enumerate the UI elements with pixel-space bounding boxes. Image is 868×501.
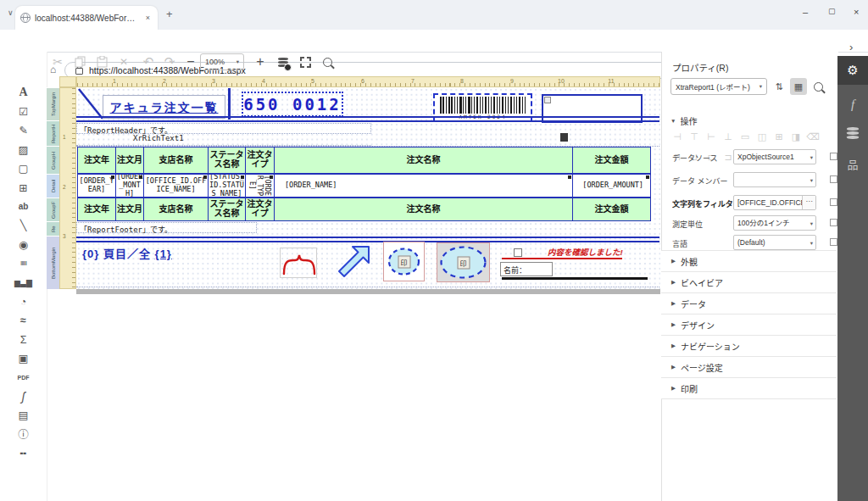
header-cell[interactable]: ステータス名称 (209, 148, 246, 173)
property-checkbox[interactable] (830, 198, 837, 206)
footer-cell[interactable]: 注文タイプ (246, 198, 275, 220)
paste-icon[interactable] (92, 53, 112, 71)
section-page-settings[interactable]: ▶ページ設定 (661, 356, 837, 377)
property-checkbox[interactable] (830, 175, 837, 183)
property-checkbox[interactable] (830, 219, 837, 226)
detail-cell[interactable]: [ORDER_NAME] (275, 175, 573, 197)
language-dropdown[interactable]: (Default) ▾ (733, 235, 816, 250)
filterstring-editor[interactable]: [OFFICE_ID.OFFICE_ID] ... ⋯ (733, 195, 816, 210)
footer-cell[interactable]: 注文金額 (573, 198, 650, 220)
header-cell[interactable]: 注文月 (116, 148, 144, 173)
detail-cell[interactable]: [STATUS_ID.STATUS_NAME] (209, 175, 246, 197)
toolbox-rich-text-tool[interactable]: ✎ (0, 123, 47, 138)
header-cell[interactable]: 支店名称 (144, 148, 209, 173)
section-print[interactable]: ▶印刷 (661, 377, 837, 399)
datasource-dropdown[interactable]: XpObjectSource1 ▾ (733, 149, 816, 164)
property-checkbox[interactable] (830, 153, 837, 160)
toolbox-gauge-tool[interactable]: ◔ (0, 294, 47, 309)
band-report-header[interactable]: ReportH (47, 120, 59, 146)
arrow-shape[interactable] (333, 242, 373, 282)
report-footer-text[interactable]: 「ReportFooter」です。 (76, 222, 257, 233)
stamp-ellipse-shape-selected[interactable]: 印 (437, 242, 490, 282)
zoom-select[interactable]: 100% ▾ (200, 53, 244, 70)
footer-cell[interactable]: ステータス名称 (209, 198, 246, 220)
section-appearance[interactable]: ▶外観 (661, 250, 837, 271)
datamember-dropdown[interactable]: ▾ (733, 172, 816, 187)
toolbox-check-box-tool[interactable]: ☑ (0, 104, 47, 120)
toolbox-line-tool[interactable]: ╲ (0, 218, 47, 233)
detail-cell[interactable]: [ORDER_MONTH] (116, 175, 144, 197)
undo-icon[interactable]: ↶ (138, 53, 159, 71)
ellipsis-button[interactable]: ⋯ (802, 196, 815, 209)
toolbox-form-tool[interactable]: ▣ (0, 351, 47, 366)
footer-cell[interactable]: 支店名称 (144, 198, 209, 220)
footer-cell[interactable]: 注文年 (78, 198, 116, 220)
window-minimize-button[interactable]: – (803, 7, 808, 17)
redo-icon[interactable]: ↷ (159, 53, 180, 71)
zoom-out-icon[interactable]: − (181, 53, 201, 71)
band-group-header[interactable]: GroupH (47, 146, 59, 174)
toolbox-character-comb-tool[interactable]: ab (0, 199, 47, 214)
properties-tab-gear-icon[interactable]: ⚙ (837, 56, 868, 85)
report-title-label[interactable]: アキュラ注文一覧 (103, 95, 225, 119)
browser-tab[interactable]: localhost:44388/WebForm1.aspx × (15, 6, 158, 30)
toolbox-page-break-tool[interactable]: ╍ (0, 446, 47, 461)
header-cell[interactable]: 注文名称 (275, 148, 573, 173)
toolbox-page-info-tool[interactable]: ⓘ (0, 427, 47, 443)
stamp-ellipse-shape[interactable]: 印 (383, 242, 425, 281)
category-view-icon[interactable]: ▦ (790, 78, 807, 95)
band-top-margin[interactable]: TopMargin (47, 87, 59, 120)
band-group-footer[interactable]: GroupF (47, 198, 59, 221)
validate-bindings-icon[interactable] (273, 53, 293, 71)
cut-icon[interactable]: ✂ (47, 53, 68, 71)
collapse-panel-chevron-icon[interactable]: › (849, 41, 853, 53)
red-underline-shape[interactable] (502, 258, 622, 259)
toolbox-chart-tool[interactable]: ▆▃▇ (0, 276, 47, 291)
rich-text-control[interactable]: XrRichText1 (76, 134, 371, 146)
signature-line-shape[interactable] (502, 277, 648, 280)
field-list-tab-database-icon[interactable] (837, 120, 868, 146)
header-cell[interactable]: 注文金額 (573, 148, 650, 173)
brace-shape[interactable] (280, 248, 317, 278)
smart-tag[interactable] (560, 133, 568, 142)
preview-icon[interactable] (317, 53, 337, 71)
band-report-footer[interactable]: Re (47, 221, 59, 236)
toolbox-summary-tool[interactable]: Σ (0, 332, 47, 348)
report-design-surface[interactable]: アキュラ注文一覧 650 0012 AMTEK 2024 「ReportHead… (76, 87, 660, 289)
control-selector-dropdown[interactable]: XtraReport1 (レポート) ▾ (670, 78, 767, 95)
vertical-line-shape[interactable] (228, 88, 231, 120)
detail-cell[interactable]: [ORDER_YEAR] (78, 175, 116, 197)
toolbox-signature-tool[interactable]: ʃ (0, 389, 47, 404)
section-navigation[interactable]: ▶ナビゲーション (661, 335, 837, 356)
delete-icon[interactable]: ✕ (114, 53, 134, 71)
tab-close-icon[interactable]: × (143, 14, 153, 22)
header-cell[interactable]: 注文年 (78, 148, 116, 173)
lcd-number-label[interactable]: 650 0012 (242, 92, 343, 117)
section-data[interactable]: ▶データ (661, 292, 837, 314)
search-icon[interactable] (810, 78, 826, 95)
zoom-in-icon[interactable]: + (250, 53, 270, 71)
footer-cell[interactable]: 注文名称 (275, 198, 573, 220)
band-bottom-margin[interactable]: BottomMargin (47, 236, 59, 289)
toolbox-picture-box-tool[interactable]: ▨ (0, 142, 47, 158)
detail-cell[interactable]: [ORDER_AMOUNT] (573, 175, 650, 197)
header-cell[interactable]: 注文タイプ (246, 148, 275, 173)
diagonal-line-shape[interactable] (78, 88, 103, 120)
detail-cell[interactable]: [ORDER_TYPE] (246, 175, 275, 197)
page-info-label[interactable]: {0} 頁目／全 {1} (82, 245, 172, 261)
section-design[interactable]: ▶デザイン (661, 314, 837, 335)
toolbox-panel-tool[interactable]: ▢ (0, 161, 47, 176)
name-label-box[interactable]: 名前： (500, 262, 553, 276)
detail-cell[interactable]: [OFFICE_ID.OFFICE_NAME] (144, 175, 209, 197)
window-maximize-button[interactable]: ▢ (828, 7, 836, 15)
tab-search-chevron-icon[interactable]: ∨ (8, 8, 14, 17)
toolbox-barcode-tool[interactable]: ‖‖‖ (0, 256, 47, 271)
report-header-text[interactable]: 「ReportHeader」です。 (76, 123, 371, 134)
property-checkbox[interactable] (830, 238, 837, 246)
toolbox-table-tool[interactable]: ⊞ (0, 181, 47, 196)
band-detail[interactable]: Detail (47, 174, 59, 198)
toolbox-label-tool[interactable]: A (0, 85, 47, 100)
operations-section-header[interactable]: ▼ 操作 (670, 114, 697, 127)
footer-cell[interactable]: 注文月 (116, 198, 144, 220)
fullscreen-icon[interactable] (295, 53, 315, 71)
